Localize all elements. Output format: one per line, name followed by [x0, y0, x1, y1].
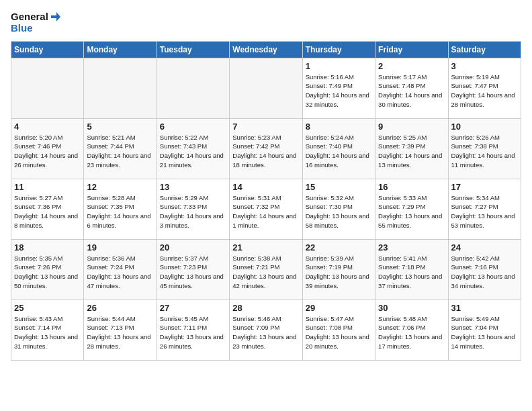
- calendar-cell: 16Sunrise: 5:33 AMSunset: 7:29 PMDayligh…: [375, 179, 448, 239]
- day-number: 26: [87, 303, 153, 313]
- day-info: Sunrise: 5:24 AMSunset: 7:40 PMDaylight:…: [306, 133, 372, 170]
- weekday-header-tuesday: Tuesday: [157, 41, 229, 58]
- calendar-cell: 28Sunrise: 5:46 AMSunset: 7:09 PMDayligh…: [230, 300, 302, 360]
- day-number: 16: [378, 182, 445, 192]
- calendar-cell: 13Sunrise: 5:29 AMSunset: 7:33 PMDayligh…: [157, 179, 229, 239]
- day-info: Sunrise: 5:46 AMSunset: 7:09 PMDaylight:…: [232, 314, 299, 351]
- day-info: Sunrise: 5:38 AMSunset: 7:21 PMDaylight:…: [232, 254, 299, 291]
- calendar-cell: 21Sunrise: 5:38 AMSunset: 7:21 PMDayligh…: [230, 239, 302, 300]
- calendar-cell: 4Sunrise: 5:20 AMSunset: 7:46 PMDaylight…: [11, 118, 84, 179]
- day-number: 23: [378, 242, 445, 253]
- calendar-cell: 22Sunrise: 5:39 AMSunset: 7:19 PMDayligh…: [302, 239, 375, 300]
- day-info: Sunrise: 5:25 AMSunset: 7:39 PMDaylight:…: [378, 133, 445, 170]
- calendar-cell: 19Sunrise: 5:36 AMSunset: 7:24 PMDayligh…: [84, 239, 157, 300]
- calendar-week-2: 4Sunrise: 5:20 AMSunset: 7:46 PMDaylight…: [11, 118, 521, 179]
- day-info: Sunrise: 5:42 AMSunset: 7:16 PMDaylight:…: [451, 254, 518, 291]
- calendar-week-4: 18Sunrise: 5:35 AMSunset: 7:26 PMDayligh…: [11, 239, 521, 300]
- calendar-cell: 17Sunrise: 5:34 AMSunset: 7:27 PMDayligh…: [448, 179, 521, 239]
- day-info: Sunrise: 5:20 AMSunset: 7:46 PMDaylight:…: [14, 133, 81, 170]
- day-info: Sunrise: 5:45 AMSunset: 7:11 PMDaylight:…: [160, 314, 226, 351]
- day-number: 20: [160, 242, 226, 253]
- calendar-cell: 25Sunrise: 5:43 AMSunset: 7:14 PMDayligh…: [11, 300, 84, 360]
- day-info: Sunrise: 5:34 AMSunset: 7:27 PMDaylight:…: [451, 193, 518, 230]
- logo-text-general: General: [11, 11, 48, 23]
- weekday-header-row: SundayMondayTuesdayWednesdayThursdayFrid…: [11, 41, 521, 58]
- day-info: Sunrise: 5:23 AMSunset: 7:42 PMDaylight:…: [232, 133, 299, 170]
- day-info: Sunrise: 5:48 AMSunset: 7:06 PMDaylight:…: [378, 314, 445, 351]
- day-info: Sunrise: 5:49 AMSunset: 7:04 PMDaylight:…: [451, 314, 518, 351]
- day-number: 8: [306, 122, 372, 132]
- day-number: 1: [306, 61, 372, 71]
- calendar-cell: 14Sunrise: 5:31 AMSunset: 7:32 PMDayligh…: [230, 179, 302, 239]
- day-number: 24: [451, 242, 518, 253]
- day-number: 2: [378, 61, 445, 71]
- calendar-cell: [84, 58, 157, 118]
- day-number: 4: [14, 122, 81, 132]
- day-number: 29: [306, 303, 372, 313]
- day-number: 19: [87, 242, 153, 253]
- day-info: Sunrise: 5:35 AMSunset: 7:26 PMDaylight:…: [14, 254, 81, 291]
- logo-arrow-icon: [50, 11, 62, 23]
- calendar-cell: [157, 58, 229, 118]
- calendar-cell: 29Sunrise: 5:47 AMSunset: 7:08 PMDayligh…: [302, 300, 375, 360]
- calendar-cell: 18Sunrise: 5:35 AMSunset: 7:26 PMDayligh…: [11, 239, 84, 300]
- day-number: 31: [451, 303, 518, 313]
- day-number: 12: [87, 182, 153, 192]
- day-number: 28: [232, 303, 299, 313]
- day-number: 27: [160, 303, 226, 313]
- calendar-cell: 9Sunrise: 5:25 AMSunset: 7:39 PMDaylight…: [375, 118, 448, 179]
- day-info: Sunrise: 5:27 AMSunset: 7:36 PMDaylight:…: [14, 193, 81, 230]
- day-number: 7: [232, 122, 299, 132]
- logo: General Blue: [11, 11, 62, 34]
- day-info: Sunrise: 5:19 AMSunset: 7:47 PMDaylight:…: [451, 73, 518, 109]
- day-info: Sunrise: 5:16 AMSunset: 7:49 PMDaylight:…: [306, 73, 372, 109]
- day-number: 21: [232, 242, 299, 253]
- day-number: 30: [378, 303, 445, 313]
- calendar-cell: 3Sunrise: 5:19 AMSunset: 7:47 PMDaylight…: [448, 58, 521, 118]
- day-number: 25: [14, 303, 81, 313]
- weekday-header-thursday: Thursday: [302, 41, 375, 58]
- calendar-cell: 27Sunrise: 5:45 AMSunset: 7:11 PMDayligh…: [157, 300, 229, 360]
- day-info: Sunrise: 5:43 AMSunset: 7:14 PMDaylight:…: [14, 314, 81, 351]
- day-info: Sunrise: 5:26 AMSunset: 7:38 PMDaylight:…: [451, 133, 518, 170]
- calendar-cell: 6Sunrise: 5:22 AMSunset: 7:43 PMDaylight…: [157, 118, 229, 179]
- day-number: 18: [14, 242, 81, 253]
- day-info: Sunrise: 5:41 AMSunset: 7:18 PMDaylight:…: [378, 254, 445, 291]
- day-number: 6: [160, 122, 226, 132]
- day-number: 11: [14, 182, 81, 192]
- day-number: 13: [160, 182, 226, 192]
- calendar-cell: 2Sunrise: 5:17 AMSunset: 7:48 PMDaylight…: [375, 58, 448, 118]
- day-info: Sunrise: 5:39 AMSunset: 7:19 PMDaylight:…: [306, 254, 372, 291]
- weekday-header-saturday: Saturday: [448, 41, 521, 58]
- calendar-cell: 26Sunrise: 5:44 AMSunset: 7:13 PMDayligh…: [84, 300, 157, 360]
- calendar-cell: 12Sunrise: 5:28 AMSunset: 7:35 PMDayligh…: [84, 179, 157, 239]
- calendar-cell: 20Sunrise: 5:37 AMSunset: 7:23 PMDayligh…: [157, 239, 229, 300]
- calendar-week-3: 11Sunrise: 5:27 AMSunset: 7:36 PMDayligh…: [11, 179, 521, 239]
- day-info: Sunrise: 5:31 AMSunset: 7:32 PMDaylight:…: [232, 193, 299, 230]
- calendar-cell: 10Sunrise: 5:26 AMSunset: 7:38 PMDayligh…: [448, 118, 521, 179]
- weekday-header-monday: Monday: [84, 41, 157, 58]
- svg-marker-0: [51, 12, 60, 21]
- day-number: 10: [451, 122, 518, 132]
- calendar-cell: 11Sunrise: 5:27 AMSunset: 7:36 PMDayligh…: [11, 179, 84, 239]
- day-number: 9: [378, 122, 445, 132]
- day-number: 5: [87, 122, 153, 132]
- day-info: Sunrise: 5:37 AMSunset: 7:23 PMDaylight:…: [160, 254, 226, 291]
- weekday-header-sunday: Sunday: [11, 41, 84, 58]
- calendar-cell: 23Sunrise: 5:41 AMSunset: 7:18 PMDayligh…: [375, 239, 448, 300]
- calendar-week-1: 1Sunrise: 5:16 AMSunset: 7:49 PMDaylight…: [11, 58, 521, 118]
- calendar-cell: 5Sunrise: 5:21 AMSunset: 7:44 PMDaylight…: [84, 118, 157, 179]
- day-number: 15: [306, 182, 372, 192]
- header: General Blue: [11, 11, 521, 34]
- weekday-header-wednesday: Wednesday: [230, 41, 302, 58]
- logo-text-blue: Blue: [11, 23, 62, 34]
- day-info: Sunrise: 5:33 AMSunset: 7:29 PMDaylight:…: [378, 193, 445, 230]
- day-number: 14: [232, 182, 299, 192]
- day-number: 22: [306, 242, 372, 253]
- day-info: Sunrise: 5:28 AMSunset: 7:35 PMDaylight:…: [87, 193, 153, 230]
- calendar-cell: 31Sunrise: 5:49 AMSunset: 7:04 PMDayligh…: [448, 300, 521, 360]
- calendar-cell: [230, 58, 302, 118]
- weekday-header-friday: Friday: [375, 41, 448, 58]
- calendar-cell: 8Sunrise: 5:24 AMSunset: 7:40 PMDaylight…: [302, 118, 375, 179]
- calendar-cell: 7Sunrise: 5:23 AMSunset: 7:42 PMDaylight…: [230, 118, 302, 179]
